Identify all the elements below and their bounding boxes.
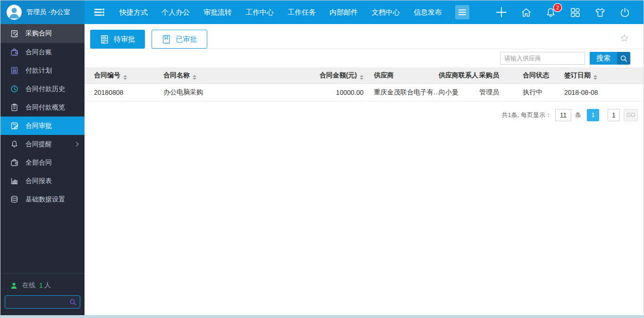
sort-icon[interactable]	[593, 75, 597, 80]
column-header-status: 合同状态	[513, 68, 555, 84]
supplier-search-input[interactable]	[500, 52, 585, 65]
sidebar-item-contract-approval[interactable]: 合同审批	[0, 117, 85, 135]
sidebar-item-label: 采购合同	[25, 29, 52, 38]
tab-approved[interactable]: 已审批	[152, 30, 207, 49]
wallet-icon	[10, 48, 18, 56]
clock-icon	[10, 85, 18, 93]
apps-button[interactable]	[570, 7, 581, 18]
goto-page-input[interactable]	[608, 109, 620, 121]
bookshelf-icon	[100, 35, 109, 44]
chevron-right-icon	[74, 142, 79, 147]
notification-badge: 2	[554, 4, 561, 11]
home-icon	[521, 7, 532, 18]
online-label: 在线	[22, 281, 35, 290]
sidebar-item-purchase-contract[interactable]: 采购合同	[0, 24, 85, 43]
go-button[interactable]: GO	[624, 109, 638, 121]
nav-item-shortcuts[interactable]: 快捷方式	[119, 8, 148, 17]
plus-icon	[496, 7, 507, 18]
column-header-supplier: 供应商	[364, 68, 429, 84]
database-icon	[10, 195, 18, 203]
logout-button[interactable]	[619, 7, 630, 18]
cell-supplier: 重庆金茂联合电子有...	[364, 84, 429, 101]
pagination: 共1条, 每页显示： 条 1 GO	[85, 101, 644, 121]
nav-item-work-tasks[interactable]: 工作任务	[288, 8, 316, 17]
sidebar-item-label: 付款计划	[25, 67, 52, 75]
cell-contract-no: 20180808	[85, 84, 154, 101]
calculator-icon	[10, 67, 18, 75]
collapse-menu-button[interactable]	[93, 8, 105, 17]
app-grid-icon	[570, 7, 581, 18]
nav-item-internal-mail[interactable]: 内部邮件	[330, 8, 358, 17]
nav-item-personal-office[interactable]: 个人办公	[161, 8, 190, 17]
horizontal-scrollbar[interactable]	[0, 315, 644, 318]
notifications-button[interactable]: 2	[545, 7, 556, 18]
sidebar-item-contract-reminder[interactable]: 合同提醒	[0, 135, 85, 153]
sidebar-item-all-contracts[interactable]: 全部合同	[0, 153, 85, 172]
topbar-icons: 2	[496, 7, 644, 18]
column-header-supplier-contact: 供应商联系人	[429, 68, 470, 84]
sidebar-search-input[interactable]	[8, 299, 69, 306]
sort-icon[interactable]	[360, 75, 364, 80]
wallet-icon	[10, 159, 18, 167]
nav-item-approval-flow[interactable]: 审批流转	[203, 8, 232, 17]
user-block[interactable]: 管理员 -办公室	[0, 0, 85, 24]
clipboard-icon	[10, 103, 18, 111]
sidebar-item-contract-reports[interactable]: 合同报表	[0, 172, 85, 190]
document-edit-icon	[10, 30, 18, 38]
online-status: 在线 1 人	[5, 279, 80, 295]
sidebar-item-contract-ledger[interactable]: 合同台账	[0, 43, 85, 61]
top-navigation: 快捷方式 个人办公 审批流转 工作中心 工作任务 内部邮件 文档中心 信息发布	[119, 8, 442, 17]
sidebar-item-label: 基础数据设置	[25, 195, 65, 204]
sidebar-item-base-data-settings[interactable]: 基础数据设置	[0, 190, 85, 209]
table-row[interactable]: 20180808 办公电脑采购 10000.00 重庆金茂联合电子有... 向小…	[85, 84, 644, 101]
sidebar-bottom: 在线 1 人	[0, 273, 85, 315]
sort-icon[interactable]	[123, 75, 127, 80]
search-button-label: 搜索	[590, 52, 617, 65]
favorite-star-icon[interactable]	[620, 34, 628, 42]
collapse-menu-icon	[93, 8, 105, 17]
sidebar-item-label: 合同审批	[25, 122, 52, 130]
column-header-contract-name[interactable]: 合同名称	[154, 68, 281, 84]
more-menu-button[interactable]	[455, 5, 469, 19]
nav-item-work-center[interactable]: 工作中心	[246, 8, 274, 17]
page-1-button[interactable]: 1	[587, 109, 599, 121]
sidebar-item-label: 合同付款历史	[25, 85, 65, 93]
nav-item-document-center[interactable]: 文档中心	[372, 8, 400, 17]
column-header-sign-date[interactable]: 签订日期	[555, 68, 644, 84]
tab-pending-approval[interactable]: 待审批	[90, 30, 145, 49]
theme-button[interactable]	[594, 7, 606, 18]
cell-purchaser: 管理员	[470, 84, 513, 101]
cell-sign-date: 2018-08-08	[555, 84, 644, 101]
column-header-contract-no[interactable]: 合同编号	[85, 68, 154, 84]
page-size-input[interactable]	[555, 109, 571, 121]
pagination-unit: 条	[575, 111, 581, 119]
sidebar-item-label: 合同台账	[25, 48, 52, 57]
bar-chart-icon	[10, 177, 18, 185]
add-button[interactable]	[496, 7, 507, 18]
column-header-amount[interactable]: 合同金额(元)	[281, 68, 364, 84]
hamburger-icon	[458, 9, 466, 10]
sidebar-item-label: 合同付款概览	[25, 103, 65, 112]
sidebar-item-label: 合同报表	[25, 177, 52, 185]
approve-document-icon	[10, 122, 18, 130]
filter-bar: 搜索	[85, 49, 644, 68]
contracts-table: 合同编号 合同名称 合同金额(元) 供应商 供应商联系人 采购员 合同状态 签订…	[85, 68, 644, 101]
sidebar-item-payment-history[interactable]: 合同付款历史	[0, 80, 85, 98]
search-icon[interactable]	[69, 299, 76, 306]
sidebar-item-payment-overview[interactable]: 合同付款概览	[0, 98, 85, 117]
tab-label: 已审批	[176, 35, 197, 44]
online-unit: 人	[44, 281, 51, 290]
book-bookmark-icon	[162, 35, 171, 44]
sidebar-item-label: 全部合同	[25, 159, 52, 167]
table-header-row: 合同编号 合同名称 合同金额(元) 供应商 供应商联系人 采购员 合同状态 签订…	[85, 68, 644, 84]
search-button[interactable]: 搜索	[590, 52, 630, 65]
home-button[interactable]	[521, 7, 532, 18]
bell-icon	[10, 140, 18, 148]
power-icon	[619, 7, 630, 18]
cell-amount: 10000.00	[281, 84, 364, 101]
topbar: 管理员 -办公室 快捷方式 个人办公 审批流转 工作中心 工作任务 内部邮件 文…	[0, 0, 644, 24]
sidebar-item-payment-plan[interactable]: 付款计划	[0, 61, 85, 80]
nav-item-info-publish[interactable]: 信息发布	[414, 8, 442, 17]
sort-icon[interactable]	[193, 75, 196, 80]
main-content: 待审批 已审批 搜索 合同编号 合同名称 合同金额(元)	[85, 24, 644, 315]
